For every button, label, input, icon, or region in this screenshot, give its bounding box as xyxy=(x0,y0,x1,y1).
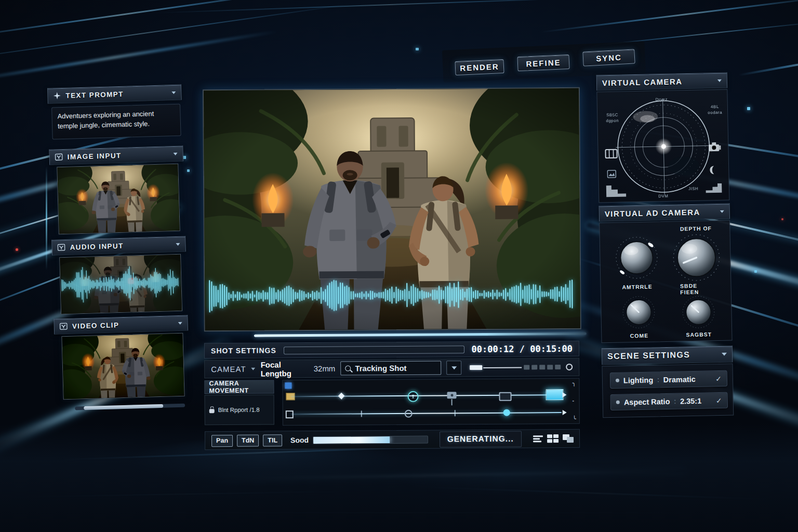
camera-movement-header[interactable]: CAMERA MOVEMENT xyxy=(204,380,274,394)
generation-progress-bar[interactable] xyxy=(313,435,428,444)
timeline-track-2[interactable] xyxy=(291,412,562,415)
image-input-header[interactable]: IMAGE INPUT xyxy=(49,146,183,165)
text-prompt-header[interactable]: TEXT PROMPT xyxy=(47,85,182,104)
timeline-track-1[interactable] xyxy=(291,394,562,397)
shot-settings-row: SHOT SETTINGS 00:00:12 / 00:15:00 xyxy=(204,341,579,358)
keyframe-monitor-icon[interactable] xyxy=(499,392,512,401)
aspect-ratio-value[interactable]: 2.35:1 xyxy=(680,396,701,405)
tilt-button[interactable]: TIL xyxy=(263,434,282,446)
dial-label-right: 4BLoodara xyxy=(708,104,722,116)
input-box-icon xyxy=(60,323,68,330)
camera-icon[interactable] xyxy=(707,141,722,154)
virtual-camera-title: VIRTUAL CAMERA xyxy=(602,77,683,87)
scene-settings-header[interactable]: SCENE SETTINGS xyxy=(602,346,733,365)
audio-input-header[interactable]: AUDIO INPUT xyxy=(51,236,186,255)
track-arrow xyxy=(563,410,567,415)
focal-length-value[interactable]: 32mm xyxy=(314,364,336,373)
aperture-knob-label: AMTRRLE xyxy=(622,283,653,290)
text-prompt-input[interactable]: Adventuers exploring an ancient temple j… xyxy=(51,104,181,140)
shot-type-dropdown-button[interactable] xyxy=(446,361,461,375)
slider-segment xyxy=(547,365,553,369)
check-icon: ✓ xyxy=(716,396,722,404)
keyframe-circle[interactable] xyxy=(405,410,413,418)
dial-label-bottom-right: JISH xyxy=(688,187,699,192)
bg-streak xyxy=(46,166,47,270)
virtual-camera-panel: Dryez SB5Cdgpon 4BLoodara DVM JISH xyxy=(596,89,729,203)
refine-button[interactable]: REFINE xyxy=(517,55,569,71)
keyframe-square[interactable] xyxy=(286,410,294,418)
video-preview xyxy=(203,87,581,331)
shot-settings-label: SHOT SETTINGS xyxy=(211,346,276,355)
aspect-ratio-label: Aspect Ratio xyxy=(624,397,670,406)
timeline-tick xyxy=(455,410,456,416)
camera-movement-timeline[interactable]: ╮ - ╰ xyxy=(282,378,580,425)
lighting-setting-row[interactable]: Lighting : Dramatic ✓ xyxy=(610,370,728,389)
bg-streak xyxy=(156,0,623,14)
speed-label: Sood xyxy=(290,436,309,444)
aperture-knob[interactable] xyxy=(614,235,660,281)
chevron-down-icon[interactable] xyxy=(722,353,727,356)
virtual-camera-header[interactable]: VIRTUAL CAMERA xyxy=(596,73,728,91)
audio-input-thumbnail[interactable] xyxy=(59,254,182,314)
depth-of-field-knob[interactable] xyxy=(671,232,722,283)
lighting-value[interactable]: Dramatic xyxy=(663,375,696,383)
camera-movement-section: CAMERA MOVEMENT Blnt Rpport /1.8 xyxy=(204,378,580,426)
chevron-down-icon[interactable] xyxy=(174,152,178,155)
lens-info-box: Blnt Rpport /1.8 xyxy=(205,394,274,425)
chevron-down-icon[interactable] xyxy=(720,210,724,212)
layers-view-icon[interactable] xyxy=(563,434,573,443)
photo-icon[interactable] xyxy=(607,170,616,178)
render-button[interactable]: RENDER xyxy=(455,59,504,75)
keyframe-blue[interactable] xyxy=(285,382,291,389)
shot-type-search[interactable]: Tracking Shot xyxy=(340,361,441,375)
chevron-down-icon[interactable] xyxy=(178,322,182,324)
trn-button[interactable]: TdN xyxy=(237,434,259,446)
grid-view-icon[interactable] xyxy=(547,434,558,443)
image-input-thumbnail[interactable] xyxy=(57,164,180,234)
lock-icon xyxy=(209,409,215,413)
bullet-icon xyxy=(616,379,619,382)
corner-ramp-icon xyxy=(705,182,723,194)
slider-end-knob[interactable] xyxy=(566,364,573,370)
pan-button[interactable]: Pan xyxy=(211,434,233,446)
video-clip-scrollbar[interactable] xyxy=(75,404,185,410)
camera-slider[interactable] xyxy=(470,364,573,371)
video-clip-header[interactable]: VIDEO CLIP xyxy=(54,315,188,334)
timeline-tick xyxy=(451,399,453,405)
timeline-bracket: ╮ xyxy=(573,380,576,387)
list-view-icon[interactable] xyxy=(533,434,543,443)
shutter-knob[interactable] xyxy=(681,295,716,329)
keyframe-active[interactable] xyxy=(546,389,563,400)
depth-of-caption: DEPTH OF xyxy=(680,225,712,232)
keyframe-diamond[interactable] xyxy=(338,393,345,400)
audio-input-title: AUDIO INPUT xyxy=(70,242,124,251)
scrollbar-thumb[interactable] xyxy=(84,404,163,410)
input-box-icon xyxy=(57,244,65,251)
shot-settings-bar[interactable] xyxy=(284,345,464,354)
preview-progress-bar[interactable] xyxy=(254,332,587,337)
aspect-ratio-setting-row[interactable]: Aspect Ratio : 2.35:1 ✓ xyxy=(610,392,728,410)
slider-handle[interactable] xyxy=(470,365,482,370)
status-badge: GENERATING... xyxy=(440,431,522,447)
slider-segment xyxy=(531,365,537,369)
zoom-knob[interactable] xyxy=(621,295,656,329)
flare-icon[interactable] xyxy=(710,165,720,175)
chevron-down-icon[interactable] xyxy=(171,91,176,94)
bg-streak xyxy=(416,48,419,50)
sparkle-icon xyxy=(53,92,61,99)
virtual-ad-camera-panel: DEPTH OF AMTRRLE SBDE FIEEN xyxy=(599,220,732,343)
chevron-down-icon[interactable] xyxy=(251,368,256,370)
film-clip-icon[interactable] xyxy=(604,148,618,159)
slider-track[interactable] xyxy=(483,367,522,368)
video-clip-thumbnail[interactable] xyxy=(61,333,184,400)
bullet-icon xyxy=(616,401,620,404)
chevron-down-icon[interactable] xyxy=(717,79,722,82)
lens-info: Blnt Rpport /1.8 xyxy=(218,407,260,413)
sync-button[interactable]: SYNC xyxy=(582,49,635,66)
keyframe-hourglass[interactable] xyxy=(408,391,419,402)
progress-fill xyxy=(313,436,390,444)
virtual-ad-camera-header[interactable]: VIRTUAL AD CAMERA xyxy=(599,204,730,222)
keyframe-camera-icon[interactable] xyxy=(447,392,457,398)
chevron-down-icon[interactable] xyxy=(176,243,180,245)
keyframe-playhead[interactable] xyxy=(503,409,510,416)
